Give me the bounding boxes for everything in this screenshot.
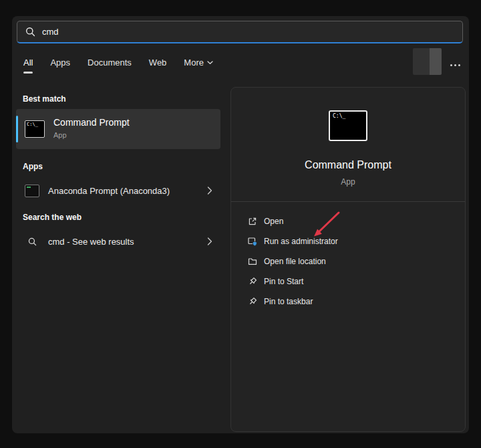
command-prompt-icon: C:\_	[25, 120, 45, 138]
best-match-heading: Best match	[23, 94, 66, 104]
tab-apps[interactable]: Apps	[49, 55, 71, 75]
pin-icon	[247, 277, 258, 286]
chevron-right-icon[interactable]	[207, 237, 212, 245]
tab-all[interactable]: All	[23, 55, 33, 75]
action-pin-to-start[interactable]: Pin to Start	[231, 271, 465, 292]
search-the-web-heading: Search the web	[23, 213, 82, 222]
tab-more[interactable]: More	[183, 55, 214, 75]
tab-web[interactable]: Web	[148, 55, 168, 75]
action-label: Open file location	[264, 257, 326, 266]
tab-more-label: More	[184, 58, 204, 68]
more-options-button[interactable]	[444, 56, 466, 74]
action-label: Pin to taskbar	[264, 297, 313, 306]
search-icon	[25, 27, 35, 37]
search-bar[interactable]	[17, 21, 463, 43]
search-panel: All Apps Documents Web More Best match C	[12, 16, 469, 433]
list-item-label: cmd - See web results	[48, 237, 207, 247]
chevron-right-icon[interactable]	[207, 187, 212, 195]
windows-search-flyout: All Apps Documents Web More Best match C	[0, 0, 481, 448]
search-input[interactable]	[42, 27, 462, 37]
open-in-window-icon	[247, 217, 258, 226]
folder-icon	[247, 257, 258, 266]
action-list: Open Run as administrator	[231, 211, 465, 312]
apps-heading: Apps	[23, 162, 43, 171]
background-app-tile	[413, 48, 442, 75]
anaconda-prompt-icon	[24, 185, 40, 197]
search-filter-tabs: All Apps Documents Web More	[23, 55, 214, 75]
list-item-anaconda-prompt[interactable]: Anaconda Prompt (Anaconda3)	[16, 178, 220, 203]
best-match-result[interactable]: C:\_ Command Prompt App	[16, 109, 220, 149]
ellipsis-icon	[450, 64, 460, 66]
preview-title: Command Prompt	[231, 159, 465, 171]
chevron-down-icon	[207, 61, 213, 65]
action-label: Pin to Start	[264, 277, 303, 286]
selection-indicator	[16, 116, 18, 142]
best-match-subtitle: App	[53, 131, 67, 139]
action-open-file-location[interactable]: Open file location	[231, 251, 465, 271]
pin-icon	[247, 297, 258, 306]
action-label: Run as administrator	[264, 237, 338, 246]
action-label: Open	[264, 217, 283, 226]
list-item-web-result[interactable]: cmd - See web results	[16, 229, 220, 254]
preview-subtitle: App	[231, 177, 465, 187]
result-preview-pane: C:\_ Command Prompt App Open	[230, 87, 466, 432]
tab-documents[interactable]: Documents	[87, 55, 132, 75]
list-item-label: Anaconda Prompt (Anaconda3)	[48, 186, 207, 196]
action-pin-to-taskbar[interactable]: Pin to taskbar	[231, 292, 465, 312]
shield-window-icon	[247, 237, 258, 246]
best-match-title: Command Prompt	[53, 117, 130, 128]
divider	[231, 201, 465, 202]
web-search-icon	[24, 237, 40, 246]
action-open[interactable]: Open	[231, 211, 465, 231]
action-run-as-administrator[interactable]: Run as administrator	[231, 231, 465, 251]
command-prompt-icon-large: C:\_	[329, 110, 367, 141]
